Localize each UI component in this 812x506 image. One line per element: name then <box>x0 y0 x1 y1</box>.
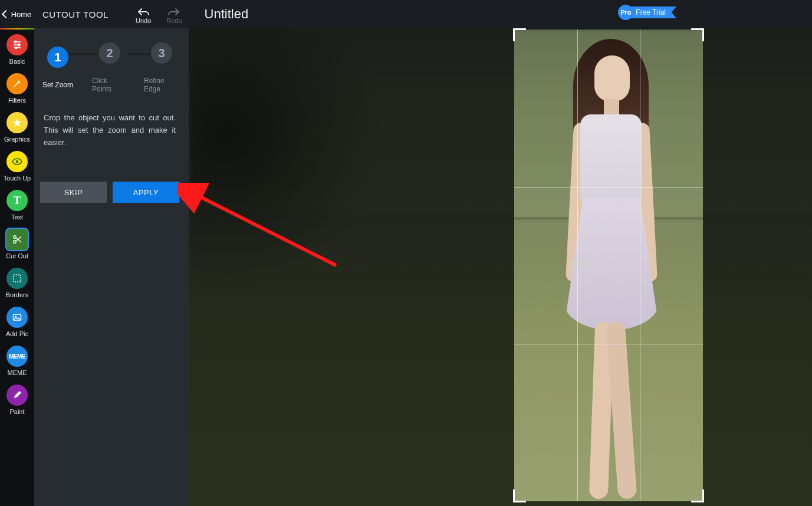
brush-icon <box>6 385 28 406</box>
sliders-icon <box>6 34 28 55</box>
rail-filters[interactable]: Filters <box>0 73 34 104</box>
apply-button[interactable]: APPLY <box>113 182 179 203</box>
redo-icon <box>167 6 180 17</box>
rail-label: Paint <box>9 408 24 415</box>
rail-graphics[interactable]: Graphics <box>0 112 34 143</box>
rail-basic[interactable]: Basic <box>0 34 34 65</box>
rail-label: Touch Up <box>4 175 31 182</box>
rail-label: Basic <box>9 58 25 65</box>
rail-cutout[interactable]: Cut Out <box>0 229 34 259</box>
rail-paint[interactable]: Paint <box>0 385 34 415</box>
rail-text[interactable]: T Text <box>0 190 34 221</box>
home-label: Home <box>11 10 32 19</box>
svg-point-14 <box>15 316 16 317</box>
rail-addpic[interactable]: Add Pic <box>0 307 34 337</box>
wand-icon <box>6 73 28 94</box>
rail-touchup[interactable]: Touch Up <box>0 151 34 182</box>
step-label: Click Points <box>92 77 127 93</box>
crop-handle-tl[interactable] <box>513 28 526 41</box>
chevron-left-icon <box>2 10 10 18</box>
pro-flag-label: Free Trial <box>629 6 676 18</box>
step-refine-edge[interactable]: 3 Refine Edge <box>144 42 179 93</box>
image-icon <box>6 307 28 328</box>
rail-label: Cut Out <box>6 252 28 259</box>
subject-person <box>548 35 666 501</box>
crop-selection[interactable] <box>514 29 703 501</box>
rail-label: Text <box>11 213 23 221</box>
svg-point-7 <box>16 160 18 163</box>
star-icon <box>6 112 28 133</box>
undo-icon <box>137 6 150 17</box>
panel-title: CUTOUT TOOL <box>34 9 131 19</box>
meme-icon: MEME <box>6 346 28 367</box>
document-title: Untitled <box>205 6 249 22</box>
redo-label: Redo <box>166 17 182 24</box>
rail-label: Graphics <box>4 136 30 143</box>
rail-accent-strip <box>0 28 34 29</box>
rail-label: Filters <box>8 97 26 104</box>
step-click-points[interactable]: 2 Click Points <box>92 42 127 93</box>
crop-handle-bl[interactable] <box>513 489 526 502</box>
eye-icon <box>6 151 28 172</box>
frame-icon <box>6 268 28 289</box>
tool-rail: Basic Filters Graphics Touch Up T Text C… <box>0 28 34 506</box>
crop-handle-br[interactable] <box>691 489 704 502</box>
step-number: 2 <box>99 42 120 64</box>
scissors-icon <box>6 229 28 250</box>
svg-point-4 <box>18 44 19 45</box>
step-set-zoom[interactable]: 1 Set Zoom <box>40 47 75 89</box>
rail-label: Borders <box>6 291 29 298</box>
crop-dim-overlay <box>189 28 812 506</box>
step-indicator: 1 Set Zoom 2 Click Points 3 Refine Edge <box>40 42 179 93</box>
cutout-panel: 1 Set Zoom 2 Click Points 3 Refine Edge … <box>34 28 189 506</box>
svg-point-8 <box>14 236 16 238</box>
rail-label: MEME <box>8 369 27 376</box>
step-number: 3 <box>151 42 172 64</box>
svg-rect-12 <box>14 275 21 282</box>
step-label: Refine Edge <box>144 77 179 93</box>
rail-label: Add Pic <box>6 330 28 337</box>
rail-meme[interactable]: MEME MEME <box>0 346 34 376</box>
rail-borders[interactable]: Borders <box>0 268 34 298</box>
svg-point-9 <box>14 241 16 243</box>
skip-button[interactable]: SKIP <box>40 182 107 203</box>
step-label: Set Zoom <box>42 81 73 89</box>
svg-point-5 <box>15 47 17 48</box>
home-button[interactable]: Home <box>0 0 34 28</box>
svg-point-3 <box>14 41 16 42</box>
undo-label: Undo <box>136 17 151 24</box>
pro-free-trial-badge[interactable]: Pro Free Trial <box>618 5 676 20</box>
crop-visible-area <box>514 29 703 501</box>
undo-button[interactable]: Undo <box>136 6 151 24</box>
text-icon: T <box>6 190 28 211</box>
redo-button[interactable]: Redo <box>166 6 182 24</box>
svg-marker-6 <box>13 119 22 127</box>
canvas-area[interactable] <box>189 28 812 506</box>
crop-handle-tr[interactable] <box>691 28 704 41</box>
step-number: 1 <box>47 47 68 68</box>
panel-help-text: Crop the object you want to cut out. Thi… <box>44 112 176 149</box>
